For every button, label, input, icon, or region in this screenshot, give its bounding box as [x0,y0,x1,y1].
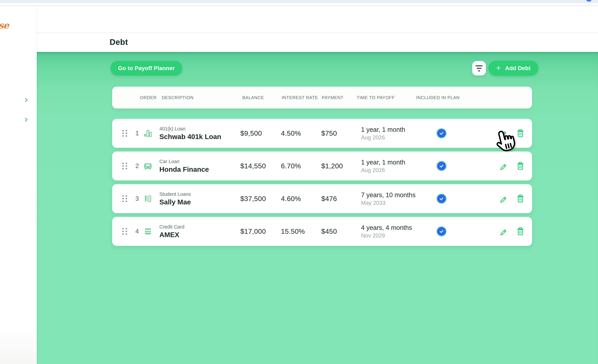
check-icon [439,130,444,136]
payoff-duration: 4 years, 4 months [361,224,412,231]
add-debt-button[interactable]: + Add Debt [488,61,538,76]
payoff-date: May 2033 [361,200,415,206]
interest-rate-value: 15.50% [281,227,305,235]
payoff-date: Aug 2026 [361,167,405,173]
interest-rate-value: 6.70% [281,162,301,170]
column-header-time-to-payoff: TIME TO PAYOFF [357,95,395,100]
browser-toolbar-strip [0,3,598,6]
table-row: 4 Credit Card AMEX $17,000 15.50% $450 4… [112,217,532,246]
payment-value: $750 [321,129,337,137]
debt-type: Student Loans [159,191,191,197]
debt-name: Schwab 401k Loan [159,133,221,141]
included-checkbox[interactable] [437,227,446,236]
sidebar-expand-chevron-icon[interactable] [24,98,29,103]
payoff-date: Aug 2026 [361,134,405,141]
browser-profile-badge-icon[interactable] [586,0,592,2]
payoff-date: Nov 2029 [361,232,412,239]
debt-name: AMEX [159,231,184,239]
debt-name: Honda Finance [159,165,209,173]
drag-handle[interactable] [122,195,127,202]
filter-button[interactable] [472,61,486,75]
drag-handle[interactable] [122,228,127,235]
payment-value: $450 [321,227,337,235]
payoff-duration: 7 years, 10 months [361,191,415,199]
bar-chart-icon [144,130,152,137]
column-header-included-in-plan: INCLUDED IN PLAN [416,95,460,100]
order-number: 3 [133,195,141,202]
column-header-order: ORDER [140,95,157,100]
included-checkbox[interactable] [437,194,446,203]
column-header-balance: BALANCE [242,95,264,100]
order-number: 2 [133,162,141,170]
edit-button[interactable] [499,227,507,235]
delete-button[interactable] [516,194,524,203]
order-number: 1 [133,130,141,137]
debt-name: Sally Mae [159,198,191,206]
table-row: 1 401(k) Loan Schwab 401k Loan $9,500 4.… [112,119,532,148]
balance-value: $37,500 [240,195,266,203]
sidebar-expand-chevron-icon[interactable] [24,117,29,122]
payoff-duration: 1 year, 1 month [361,159,405,166]
debt-type: Credit Card [159,224,184,230]
drag-handle[interactable] [122,130,127,137]
debt-type: 401(k) Loan [159,126,221,132]
edit-button[interactable] [499,194,507,203]
check-icon [439,196,444,202]
payoff-planner-button[interactable]: Go to Payoff Planner [110,61,182,75]
credit-card-icon [144,228,152,235]
column-header-payment: PAYMENT [322,95,343,100]
check-icon [439,228,444,234]
car-icon [144,162,152,170]
balance-value: $14,550 [240,162,266,170]
included-checkbox[interactable] [437,129,446,138]
delete-button[interactable] [516,227,524,235]
page-title: Debt [110,37,128,47]
debt-type: Car Loan [159,159,209,164]
top-header [37,6,598,32]
edit-button[interactable] [499,162,507,170]
column-header-interest-rate: INTEREST RATE [282,95,318,100]
balance-value: $17,000 [240,227,266,235]
page-title-bar: Debt [37,32,598,52]
browser-topbar [0,0,598,3]
delete-button[interactable] [516,129,524,138]
check-icon [439,163,444,169]
interest-rate-value: 4.60% [281,195,301,203]
debt-content-area: Go to Payoff Planner + Add Debt ORDER DE… [37,52,598,364]
delete-button[interactable] [516,162,524,170]
payment-value: $1,200 [321,162,343,170]
column-header-description: DESCRIPTION [162,95,194,100]
app-logo[interactable]: se [0,20,8,31]
drag-handle[interactable] [122,163,127,170]
payment-value: $476 [321,195,337,203]
included-checkbox[interactable] [437,162,446,170]
table-row: 3 Student Loans Sally Mae $37,500 4.60% … [112,184,532,213]
balance-value: $9,500 [240,129,262,137]
table-header: ORDER DESCRIPTION BALANCE INTEREST RATE … [112,87,532,109]
sidebar: se [0,6,37,364]
education-icon [144,195,152,202]
order-number: 4 [133,228,141,235]
interest-rate-value: 4.50% [281,129,301,137]
edit-button[interactable] [499,129,507,138]
table-row: 2 Car Loan Honda Finance $14,550 6.70% $… [112,152,532,180]
payoff-duration: 1 year, 1 month [361,126,405,133]
plus-icon: + [496,64,501,72]
